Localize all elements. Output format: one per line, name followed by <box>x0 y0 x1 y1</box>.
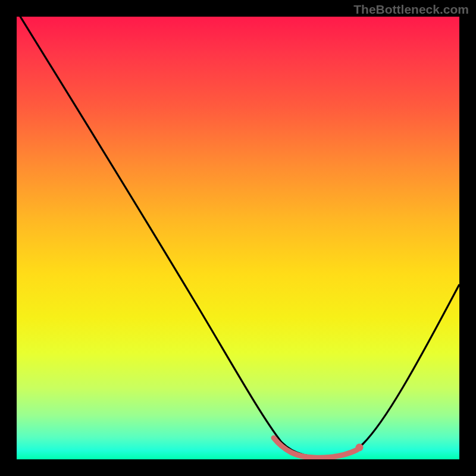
bottleneck-chart <box>17 17 459 459</box>
bottleneck-curve-path <box>17 17 459 457</box>
highlight-dot-icon <box>356 444 364 452</box>
plot-area <box>17 17 459 459</box>
watermark-text: TheBottleneck.com <box>353 2 469 17</box>
highlight-flat-region <box>274 438 357 458</box>
